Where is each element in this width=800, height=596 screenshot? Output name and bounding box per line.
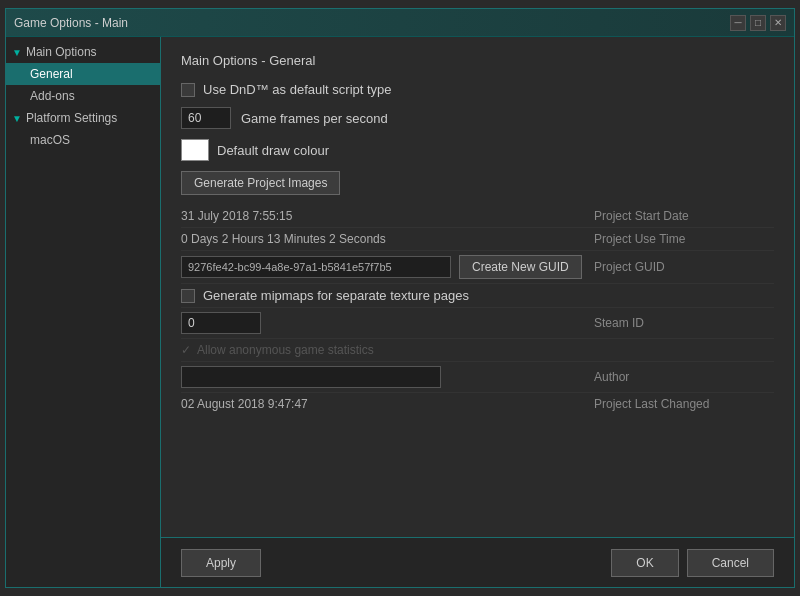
content-area: Main Options - General Use DnD™ as defau… xyxy=(161,37,794,537)
fps-row: Game frames per second xyxy=(181,107,774,129)
steam-id-label: Steam ID xyxy=(594,316,774,330)
title-bar: Game Options - Main ─ □ ✕ xyxy=(6,9,794,37)
generate-images-row: Generate Project Images xyxy=(181,171,774,195)
project-use-time-row: 0 Days 2 Hours 13 Minutes 2 Seconds Proj… xyxy=(181,228,774,251)
sidebar-item-macos[interactable]: macOS xyxy=(6,129,160,151)
dnd-label: Use DnD™ as default script type xyxy=(203,82,392,97)
allow-stats-label: Allow anonymous game statistics xyxy=(197,343,374,357)
guid-input[interactable] xyxy=(181,256,451,278)
sidebar: ▼ Main Options General Add-ons ▼ Platfor… xyxy=(6,37,161,587)
dnd-checkbox-wrap: Use DnD™ as default script type xyxy=(181,82,392,97)
dnd-checkbox[interactable] xyxy=(181,83,195,97)
author-label: Author xyxy=(594,370,774,384)
generate-images-button[interactable]: Generate Project Images xyxy=(181,171,340,195)
generate-mipmaps-row: Generate mipmaps for separate texture pa… xyxy=(181,284,774,308)
project-start-date-label: Project Start Date xyxy=(594,209,774,223)
game-options-window: Game Options - Main ─ □ ✕ ▼ Main Options… xyxy=(5,8,795,588)
project-last-changed-row: 02 August 2018 9:47:47 Project Last Chan… xyxy=(181,393,774,415)
sidebar-group-platform-settings[interactable]: ▼ Platform Settings xyxy=(6,107,160,129)
sidebar-group-label: Main Options xyxy=(26,45,97,59)
author-input[interactable] xyxy=(181,366,441,388)
project-guid-row: Create New GUID Project GUID xyxy=(181,251,774,284)
sidebar-item-general[interactable]: General xyxy=(6,63,160,85)
footer-left: Apply xyxy=(181,549,261,577)
footer-right: OK Cancel xyxy=(611,549,774,577)
dnd-option-row: Use DnD™ as default script type xyxy=(181,82,774,97)
mipmaps-checkbox[interactable] xyxy=(181,289,195,303)
create-guid-button[interactable]: Create New GUID xyxy=(459,255,582,279)
draw-color-row: Default draw colour xyxy=(181,139,774,161)
arrow-icon-platform: ▼ xyxy=(12,113,22,124)
generate-mipmaps-label: Generate mipmaps for separate texture pa… xyxy=(203,288,469,303)
project-use-time-value: 0 Days 2 Hours 13 Minutes 2 Seconds xyxy=(181,232,594,246)
ok-button[interactable]: OK xyxy=(611,549,678,577)
project-start-date-value: 31 July 2018 7:55:15 xyxy=(181,209,594,223)
project-last-changed-label: Project Last Changed xyxy=(594,397,774,411)
title-bar-controls: ─ □ ✕ xyxy=(730,15,786,31)
project-use-time-label: Project Use Time xyxy=(594,232,774,246)
arrow-icon: ▼ xyxy=(12,47,22,58)
main-content: Main Options - General Use DnD™ as defau… xyxy=(161,37,794,587)
sidebar-group-main-options[interactable]: ▼ Main Options xyxy=(6,41,160,63)
window-body: ▼ Main Options General Add-ons ▼ Platfor… xyxy=(6,37,794,587)
author-row: Author xyxy=(181,362,774,393)
sidebar-platform-label: Platform Settings xyxy=(26,111,117,125)
fps-input[interactable] xyxy=(181,107,231,129)
window-title: Game Options - Main xyxy=(14,16,128,30)
close-button[interactable]: ✕ xyxy=(770,15,786,31)
section-title: Main Options - General xyxy=(181,53,774,68)
minimize-button[interactable]: ─ xyxy=(730,15,746,31)
steam-id-row: Steam ID xyxy=(181,308,774,339)
color-swatch[interactable] xyxy=(181,139,209,161)
footer: Apply OK Cancel xyxy=(161,537,794,587)
steam-id-input[interactable] xyxy=(181,312,261,334)
data-table: 31 July 2018 7:55:15 Project Start Date … xyxy=(181,205,774,415)
draw-color-label: Default draw colour xyxy=(217,143,329,158)
allow-stats-row: ✓ Allow anonymous game statistics xyxy=(181,339,774,362)
apply-button[interactable]: Apply xyxy=(181,549,261,577)
project-start-date-row: 31 July 2018 7:55:15 Project Start Date xyxy=(181,205,774,228)
maximize-button[interactable]: □ xyxy=(750,15,766,31)
project-last-changed-value: 02 August 2018 9:47:47 xyxy=(181,397,594,411)
checkmark-icon: ✓ xyxy=(181,343,191,357)
fps-label: Game frames per second xyxy=(241,111,388,126)
cancel-button[interactable]: Cancel xyxy=(687,549,774,577)
project-guid-label: Project GUID xyxy=(594,260,774,274)
sidebar-item-addons[interactable]: Add-ons xyxy=(6,85,160,107)
